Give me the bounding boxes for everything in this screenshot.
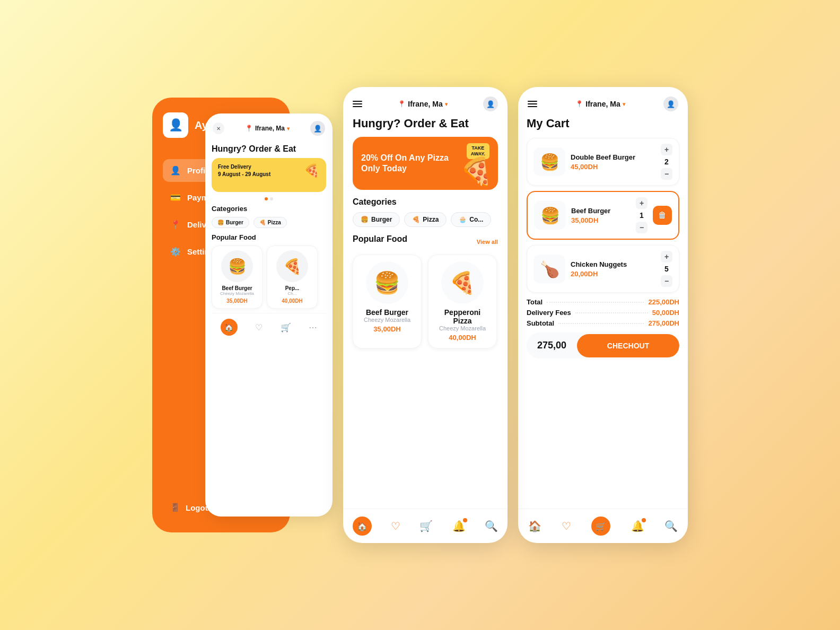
s2-search-icon[interactable]: 🔍 <box>485 520 498 532</box>
s2-home-icon[interactable]: 🏠 <box>353 517 372 536</box>
s2-topbar: 📍 Ifrane, Ma ▾ 👤 <box>343 87 508 117</box>
s1-cat-pizza[interactable]: 🍕 Pizza <box>253 217 287 228</box>
s2-cat-cupcake[interactable]: 🧁 Co... <box>451 212 491 227</box>
s1-categories-row: 🍔 Burger 🍕 Pizza <box>212 217 326 228</box>
cart-item-price-2: 20,00DH <box>571 270 655 278</box>
s3-home-icon[interactable]: 🏠 <box>528 520 541 532</box>
s3-heart-icon[interactable]: ♡ <box>562 520 571 532</box>
cart-qty-1: + 1 − <box>636 197 648 233</box>
s2-food-card-1[interactable]: 🍕 Pepperoni Pizza Cheezy Mozarella 40,00… <box>428 255 497 348</box>
cart-item-info-2: Chicken Nuggets 20,00DH <box>571 260 655 278</box>
profile-icon: 👤 <box>170 165 181 176</box>
s1-home-icon[interactable]: 🏠 <box>221 319 238 336</box>
checkout-button[interactable]: CHECHOUT <box>577 334 679 357</box>
qty-minus-2[interactable]: − <box>661 275 672 287</box>
qty-num-1: 1 <box>640 211 644 220</box>
s3-h-line-2 <box>528 103 537 104</box>
total-value: 225,00DH <box>648 298 679 306</box>
screen3: 📍 Ifrane, Ma ▾ 👤 My Cart 🍔 Double Beef B… <box>518 87 688 543</box>
settings-icon: ⚙️ <box>170 247 181 257</box>
checkout-total: 275,00 <box>527 332 577 358</box>
s3-cart-icon[interactable]: 🛒 <box>591 517 610 536</box>
s3-topbar: 📍 Ifrane, Ma ▾ 👤 <box>518 87 688 117</box>
s2-burger-icon: 🍔 <box>361 216 369 223</box>
s2-cat-pizza[interactable]: 🍕 Pizza <box>404 212 447 227</box>
s3-avatar: 👤 <box>663 97 678 111</box>
s1-phone-content: Hungry? Order & Eat Free Delivery 9 Augu… <box>205 140 332 345</box>
view-all-button[interactable]: View all <box>477 239 498 245</box>
cart-item-name-1: Beef Burger <box>571 207 631 215</box>
qty-num-2: 5 <box>664 265 669 273</box>
s3-notification-icon[interactable]: 🔔 <box>631 520 644 532</box>
qty-plus-2[interactable]: + <box>661 251 672 262</box>
s3-location-text: Ifrane, Ma <box>585 100 620 108</box>
sidebar-avatar: 👤 <box>163 112 188 138</box>
summary-subtotal-row: Subtotal 275,00DH <box>527 319 679 327</box>
s1-hero-title: Hungry? Order & Eat <box>212 144 326 154</box>
qty-plus-0[interactable]: + <box>661 144 672 155</box>
cart-qty-2: + 5 − <box>661 251 672 287</box>
s1-food-price-1: 40,00DH <box>272 298 313 304</box>
h-line-2 <box>353 103 362 104</box>
s2-chevron-icon: ▾ <box>445 101 448 107</box>
s2-promo-banner: 20% Off On Any Pizza Only Today TAKE AWA… <box>353 137 498 190</box>
s1-food-card-0[interactable]: 🍔 Beef Burger Cheezy Mozarella 35,00DH <box>212 246 262 309</box>
s1-heart-icon[interactable]: ♡ <box>255 322 262 332</box>
burger-cat-label: Burger <box>226 220 243 225</box>
s3-pin-icon: 📍 <box>575 100 583 108</box>
s3-location: 📍 Ifrane, Ma ▾ <box>575 100 625 108</box>
payments-icon: 💳 <box>170 192 181 203</box>
checkout-section: 275,00 CHECHOUT <box>527 332 679 358</box>
qty-plus-1[interactable]: + <box>636 197 648 209</box>
summary-total-row: Total 225,00DH <box>527 298 679 306</box>
cart-item-name-0: Double Beef Burger <box>571 153 655 161</box>
burger-cat-icon: 🍔 <box>217 220 224 225</box>
s2-avatar: 👤 <box>483 97 498 111</box>
s2-categories-row: 🍔 Burger 🍕 Pizza 🧁 Co... <box>353 212 498 227</box>
delete-item-1[interactable]: 🗑 <box>653 206 672 225</box>
take-away-line1: TAKE <box>471 145 484 151</box>
s2-notification-icon[interactable]: 🔔 <box>452 520 466 532</box>
notif-badge <box>463 518 467 522</box>
s2-heart-icon[interactable]: ♡ <box>391 520 400 532</box>
qty-minus-0[interactable]: − <box>661 168 672 180</box>
s1-food-name-1: Pep... <box>272 285 313 291</box>
s3-chevron-icon: ▾ <box>623 101 625 107</box>
s1-food-card-1[interactable]: 🍕 Pep... Ch... 40,00DH <box>267 246 318 309</box>
cart-item-name-2: Chicken Nuggets <box>571 260 655 268</box>
cart-item-price-0: 45,00DH <box>571 163 655 171</box>
s1-cat-burger[interactable]: 🍔 Burger <box>212 217 249 228</box>
s1-food-sub-0: Cheezy Mozarella <box>216 291 258 296</box>
s2-cat-burger[interactable]: 🍔 Burger <box>353 212 400 227</box>
screen1-wrapper: 👤 Ayoub 👤 Profile 💳 Payments 📍 Delivery … <box>152 98 332 532</box>
s3-menu-button[interactable] <box>528 101 537 107</box>
chevron-icon: ▾ <box>287 126 290 132</box>
s1-categories-title: Categories <box>212 205 326 213</box>
pizza-cat-icon: 🍕 <box>259 220 266 225</box>
qty-minus-1[interactable]: − <box>636 222 648 233</box>
s1-food-grid: 🍔 Beef Burger Cheezy Mozarella 35,00DH 🍕… <box>212 246 326 309</box>
s2-promo-line1: 20% Off On Any Pizza <box>361 153 449 164</box>
close-button[interactable]: ✕ <box>213 122 224 134</box>
s2-food-price-1: 40,00DH <box>435 334 490 342</box>
s1-food-name-0: Beef Burger <box>216 285 258 291</box>
s1-promo-banner: Free Delivery 9 August - 29 August 🍕 <box>212 158 326 192</box>
s1-promo-line2: 9 August - 29 August <box>218 171 270 178</box>
s2-cart-icon[interactable]: 🛒 <box>419 520 433 532</box>
s2-menu-button[interactable] <box>353 101 362 107</box>
s3-content: My Cart 🍔 Double Beef Burger 45,00DH + 2… <box>518 117 688 504</box>
s1-topbar: ✕ 📍 Ifrane, Ma ▾ 👤 <box>205 113 332 140</box>
s2-cupcake-label: Co... <box>469 216 483 223</box>
total-label: Total <box>527 298 542 306</box>
s1-promo-line1: Free Delivery <box>218 163 270 171</box>
s3-h-line-3 <box>528 106 537 107</box>
s1-cart-icon[interactable]: 🛒 <box>281 322 291 332</box>
screen1-phone: ✕ 📍 Ifrane, Ma ▾ 👤 Hungry? Order & Eat F… <box>205 113 332 517</box>
promo-food-icon: 🍕 <box>304 163 320 178</box>
s2-hero-title: Hungry? Order & Eat <box>353 117 498 130</box>
s2-food-card-0[interactable]: 🍔 Beef Burger Cheezy Mozarella 35,00DH <box>353 255 422 348</box>
s3-search-icon[interactable]: 🔍 <box>664 520 678 532</box>
s1-more-icon[interactable]: ⋯ <box>309 322 317 332</box>
s2-location: 📍 Ifrane, Ma ▾ <box>398 100 447 108</box>
s1-avatar: 👤 <box>310 121 325 136</box>
